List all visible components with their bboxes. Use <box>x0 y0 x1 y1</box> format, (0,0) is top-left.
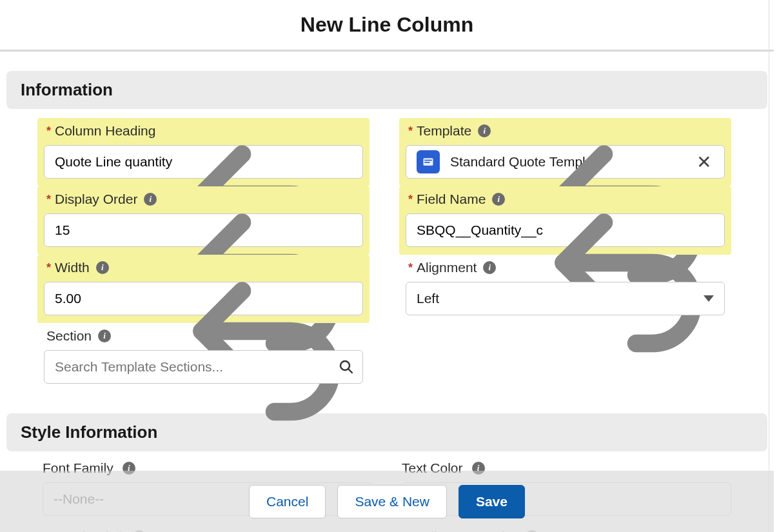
label-width: Width <box>55 260 90 275</box>
label-field-name: Field Name <box>417 192 486 207</box>
field-section: Section i <box>37 323 370 391</box>
label-row-section: Section i <box>44 328 363 344</box>
modal-header: New Line Column <box>0 0 774 52</box>
scrollbar-track[interactable] <box>769 0 774 532</box>
field-display-order: * Display Order i <box>37 186 370 255</box>
info-icon[interactable]: i <box>483 261 496 274</box>
select-alignment[interactable]: Left <box>406 282 725 315</box>
undo-icon <box>170 443 363 454</box>
svg-rect-2 <box>424 162 429 163</box>
chevron-down-icon <box>704 295 714 302</box>
label-alignment: Alignment <box>417 260 477 275</box>
field-template: * Template i Stan <box>399 118 731 186</box>
field-alignment: * Alignment i Left <box>399 255 731 323</box>
template-record-icon <box>417 150 440 173</box>
label-display-order: Display Order <box>55 192 137 207</box>
required-marker: * <box>408 125 413 137</box>
required-marker: * <box>46 262 51 273</box>
footer-bar: Cancel Save & New Save <box>0 471 774 532</box>
required-marker: * <box>46 125 51 137</box>
save-and-new-button[interactable]: Save & New <box>337 485 447 518</box>
required-marker: * <box>408 193 413 205</box>
info-icon[interactable]: i <box>492 193 505 206</box>
information-fields: * Column Heading * Template <box>0 109 774 391</box>
search-icon <box>339 359 354 375</box>
svg-line-4 <box>348 369 352 373</box>
info-icon[interactable]: i <box>98 330 111 342</box>
save-button[interactable]: Save <box>459 485 525 518</box>
field-field-name: * Field Name i <box>399 186 731 255</box>
modal-new-line-column: New Line Column Information * Column Hea… <box>0 0 774 532</box>
field-width: * Width i <box>37 255 370 323</box>
modal-title: New Line Column <box>301 13 473 37</box>
info-icon[interactable]: i <box>144 193 157 206</box>
field-column-heading: * Column Heading <box>37 118 370 186</box>
label-section: Section <box>46 328 92 344</box>
required-marker: * <box>408 262 413 273</box>
section-header-information: Information <box>6 71 767 109</box>
select-alignment-value: Left <box>417 291 439 306</box>
svg-rect-1 <box>424 160 432 161</box>
undo-icon <box>531 375 725 386</box>
info-icon[interactable]: i <box>96 261 109 274</box>
cancel-button[interactable]: Cancel <box>249 485 326 518</box>
info-icon[interactable]: i <box>478 124 491 137</box>
section-information: Information * Column Heading <box>0 71 774 391</box>
required-marker: * <box>46 193 51 205</box>
label-template: Template <box>417 123 471 139</box>
search-section-input[interactable] <box>44 350 363 384</box>
label-column-heading: Column Heading <box>55 123 155 139</box>
section-header-style-information: Style Information <box>6 413 767 451</box>
label-row-alignment: * Alignment i <box>406 260 725 275</box>
modal-body: Information * Column Heading <box>0 71 774 532</box>
